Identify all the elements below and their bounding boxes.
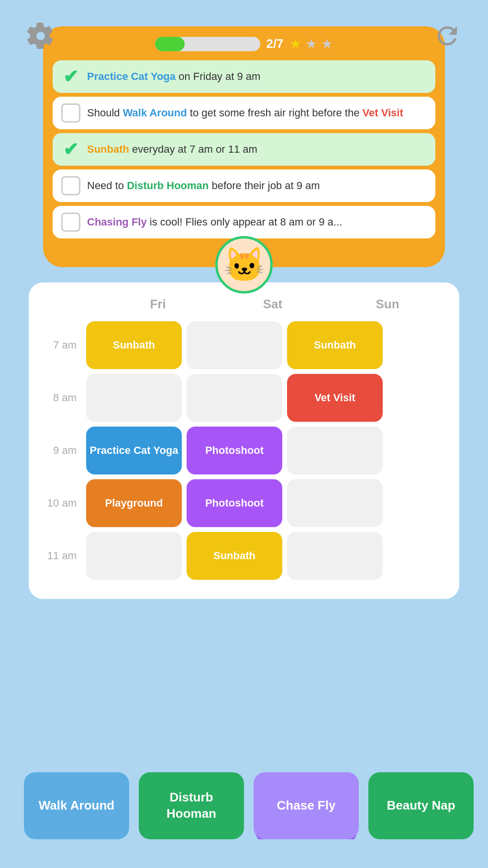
beauty-nap-button[interactable]: Beauty Nap bbox=[368, 772, 474, 839]
calendar-row-7am: 7 am Sunbath Sunbath bbox=[43, 321, 445, 369]
calendar-row-9am: 9 am Practice Cat Yoga Photoshoot bbox=[43, 427, 445, 474]
cal-fri-11am bbox=[86, 532, 182, 580]
chase-fly-button[interactable]: Chase Fly bbox=[254, 772, 359, 839]
checkbox-4[interactable] bbox=[61, 176, 80, 195]
calendar-row-10am: 10 am Playground Photoshoot bbox=[43, 479, 445, 527]
checkbox-2[interactable] bbox=[61, 103, 80, 123]
cal-sat-11am[interactable]: Sunbath bbox=[187, 532, 282, 580]
cal-fri-10am[interactable]: Playground bbox=[86, 479, 182, 527]
day-sun: Sun bbox=[340, 297, 435, 312]
checklist-text-2: Should Walk Around to get some fresh air… bbox=[87, 106, 403, 120]
cal-fri-8am bbox=[86, 374, 182, 422]
refresh-button[interactable] bbox=[431, 19, 464, 53]
checklist-item-5[interactable]: Chasing Fly is cool! Flies only appear a… bbox=[53, 206, 435, 238]
calendar-row-11am: 11 am Sunbath bbox=[43, 532, 445, 580]
checklist: ✔ Practice Cat Yoga on Friday at 9 am Sh… bbox=[53, 60, 435, 238]
checklist-item-2[interactable]: Should Walk Around to get some fresh air… bbox=[53, 97, 435, 129]
day-fri: Fri bbox=[110, 297, 206, 312]
checkbox-5[interactable] bbox=[61, 213, 80, 232]
checklist-text-5: Chasing Fly is cool! Flies only appear a… bbox=[87, 215, 342, 229]
checkbox-3[interactable]: ✔ bbox=[61, 140, 80, 159]
cat-mascot: 🐱 bbox=[215, 236, 273, 293]
checkbox-1[interactable]: ✔ bbox=[61, 67, 80, 86]
checkmark-1: ✔ bbox=[63, 68, 78, 86]
checklist-item-1[interactable]: ✔ Practice Cat Yoga on Friday at 9 am bbox=[53, 60, 435, 93]
cal-sat-9am[interactable]: Photoshoot bbox=[187, 427, 282, 474]
day-sat: Sat bbox=[225, 297, 321, 312]
checkmark-3: ✔ bbox=[63, 140, 78, 158]
cal-sun-9am bbox=[287, 427, 383, 474]
checklist-item-3[interactable]: ✔ Sunbath everyday at 7 am or 11 am bbox=[53, 133, 435, 166]
calendar-header: Fri Sat Sun bbox=[43, 297, 445, 312]
cal-sat-10am[interactable]: Photoshoot bbox=[187, 479, 282, 527]
checklist-text-3: Sunbath everyday at 7 am or 11 am bbox=[87, 143, 257, 157]
settings-button[interactable] bbox=[24, 19, 57, 53]
cat-icon: 🐱 bbox=[215, 236, 273, 293]
time-label-spacer bbox=[53, 297, 91, 312]
calendar-section: Fri Sat Sun 7 am Sunbath Sunbath 8 am Ve… bbox=[29, 282, 459, 599]
cal-fri-7am[interactable]: Sunbath bbox=[86, 321, 182, 369]
time-9am: 9 am bbox=[43, 444, 81, 457]
bottom-buttons: Walk Around Disturb Hooman Chase Fly Bea… bbox=[0, 772, 488, 839]
checklist-item-4[interactable]: Need to Disturb Hooman before their job … bbox=[53, 169, 435, 202]
disturb-hooman-button[interactable]: Disturb Hooman bbox=[139, 772, 244, 839]
calendar-grid: 7 am Sunbath Sunbath 8 am Vet Visit 9 am… bbox=[43, 321, 445, 580]
main-card: 2/7 ★ ★ ★ ✔ Practice Cat Yoga on Friday … bbox=[43, 26, 445, 267]
cal-sat-8am bbox=[187, 374, 282, 422]
time-11am: 11 am bbox=[43, 550, 81, 562]
calendar-row-8am: 8 am Vet Visit bbox=[43, 374, 445, 422]
time-7am: 7 am bbox=[43, 339, 81, 351]
cal-sun-8am[interactable]: Vet Visit bbox=[287, 374, 383, 422]
cal-sun-7am[interactable]: Sunbath bbox=[287, 321, 383, 369]
time-8am: 8 am bbox=[43, 392, 81, 404]
checklist-text-1: Practice Cat Yoga on Friday at 9 am bbox=[87, 70, 260, 84]
cal-sun-10am bbox=[287, 479, 383, 527]
walk-around-button[interactable]: Walk Around bbox=[24, 772, 129, 839]
time-10am: 10 am bbox=[43, 497, 81, 509]
cal-sun-11am bbox=[287, 532, 383, 580]
cal-sat-7am bbox=[187, 321, 282, 369]
cal-fri-9am[interactable]: Practice Cat Yoga bbox=[86, 427, 182, 474]
checklist-text-4: Need to Disturb Hooman before their job … bbox=[87, 179, 320, 193]
